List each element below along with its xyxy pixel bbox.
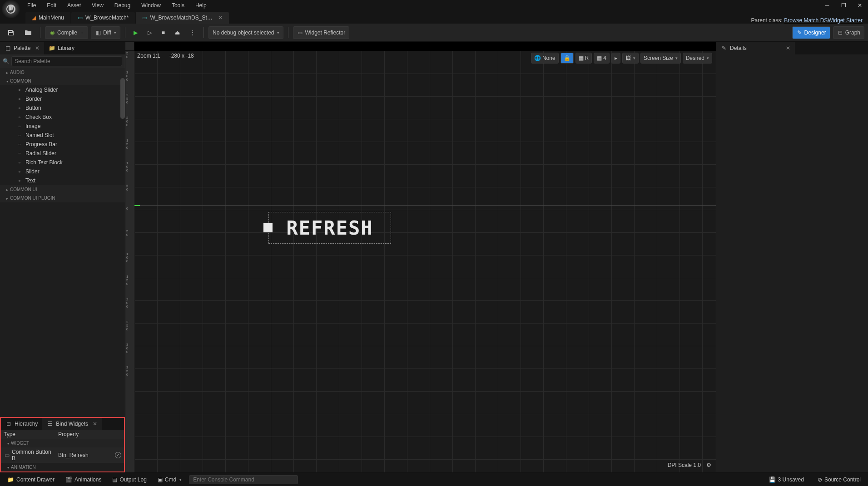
debug-object-dropdown[interactable]: No debug object selected▾ <box>208 26 283 39</box>
unsaved-button[interactable]: 💾3 Unsaved <box>765 475 808 485</box>
palette-item[interactable]: ▫Radial Slider <box>0 149 125 158</box>
console-input[interactable] <box>189 475 298 484</box>
layout-transform-button[interactable]: ▦R <box>575 53 592 64</box>
palette-item[interactable]: ▫Analog Slider <box>0 85 125 94</box>
details-icon: ✎ <box>721 45 727 51</box>
menu-view[interactable]: View <box>86 0 109 10</box>
designer-canvas[interactable]: Zoom 1:1 -280 x -18 🌐None 🔒 ▦R ▦4 ▸ 🖼▾ S… <box>134 51 716 472</box>
animations-button[interactable]: 🎬Animations <box>62 475 105 485</box>
palette-section[interactable]: COMMON UI <box>0 185 125 194</box>
image-icon: 🖼 <box>625 55 631 61</box>
palette-item[interactable]: ▫Image <box>0 122 125 131</box>
scrollbar[interactable] <box>120 78 125 119</box>
menu-tools[interactable]: Tools <box>166 0 190 10</box>
localization-button[interactable]: 🌐None <box>531 53 559 64</box>
menu-debug[interactable]: Debug <box>109 0 136 10</box>
play-button[interactable]: ▶ <box>130 26 141 39</box>
asset-tab[interactable]: ▭W_BrowseMatchDS_St…✕ <box>136 12 228 24</box>
widget-icon: ▭ <box>4 452 10 458</box>
close-icon[interactable]: ✕ <box>786 45 790 51</box>
bind-widget-row[interactable]: ▭Common Button B Btn_Refresh ✓ <box>1 447 124 463</box>
save-icon[interactable] <box>4 26 18 39</box>
library-tab[interactable]: 📁 Library <box>44 42 79 54</box>
stop-button[interactable]: ■ <box>158 26 169 39</box>
bind-icon: ☰ <box>47 421 53 427</box>
graph-mode-button[interactable]: ⊟ Graph <box>833 26 864 39</box>
palette-section[interactable]: COMMON <box>0 77 125 85</box>
origin-line-horizontal <box>134 205 716 206</box>
menu-asset[interactable]: Asset <box>62 0 86 10</box>
bind-widgets-tab[interactable]: ☰ Bind Widgets ✕ <box>42 418 102 430</box>
palette-item[interactable]: ▫Slider <box>0 167 125 176</box>
screen-size-dropdown[interactable]: Screen Size▾ <box>640 53 681 64</box>
close-icon[interactable]: ✕ <box>93 421 97 427</box>
widget-type-icon: ▫ <box>16 123 23 129</box>
palette-item[interactable]: ▫Text <box>0 176 125 185</box>
outline-button[interactable]: ▸ <box>611 53 620 64</box>
cmd-dropdown[interactable]: ▣Cmd▾ <box>154 475 185 485</box>
window-minimize-icon[interactable]: ─ <box>819 0 835 11</box>
palette-item[interactable]: ▫Button <box>0 103 125 113</box>
diff-button[interactable]: ◧ Diff ▾ <box>91 26 120 39</box>
fill-mode-dropdown[interactable]: Desired▾ <box>683 53 712 64</box>
palette-search-input[interactable] <box>11 56 122 66</box>
menu-help[interactable]: Help <box>190 0 212 10</box>
browse-icon[interactable] <box>21 26 35 39</box>
menu-window[interactable]: Window <box>136 0 166 10</box>
animations-icon: 🎬 <box>65 476 72 483</box>
palette-section[interactable]: COMMON UI PLUGIN <box>0 194 125 202</box>
asset-tab[interactable]: ▭W_BrowseMatch* <box>71 12 135 24</box>
animation-section-header[interactable]: ANIMATION <box>1 463 124 471</box>
menu-edit[interactable]: Edit <box>41 0 62 10</box>
step-button[interactable]: ▷ <box>144 26 155 39</box>
refresh-label: REFRESH <box>286 217 373 239</box>
palette-item[interactable]: ▫Border <box>0 94 125 103</box>
image-button[interactable]: 🖼▾ <box>622 53 639 64</box>
compile-button[interactable]: ◉ Compile ⋮ <box>45 26 88 39</box>
source-control-button[interactable]: ⊘Source Control <box>814 475 864 485</box>
widget-handle[interactable] <box>263 223 273 232</box>
folder-icon: 📁 <box>49 45 55 51</box>
lock-icon: 🔒 <box>564 55 570 61</box>
widget-reflector-button[interactable]: ▭ Widget Reflector <box>293 26 350 39</box>
coords-label: -280 x -18 <box>169 53 194 59</box>
refresh-button-widget[interactable]: REFRESH <box>268 212 391 244</box>
palette-item[interactable]: ▫Named Slot <box>0 131 125 140</box>
unreal-logo-icon[interactable] <box>2 0 20 18</box>
palette-item[interactable]: ▫Rich Text Block <box>0 158 125 167</box>
widget-type-icon: ▫ <box>16 168 23 175</box>
palette-item[interactable]: ▫Check Box <box>0 113 125 122</box>
widget-section-header[interactable]: WIDGET <box>1 439 124 447</box>
ruler-corner <box>125 42 134 51</box>
designer-icon: ✎ <box>796 29 803 36</box>
column-property-header: Property <box>58 431 79 437</box>
palette-item[interactable]: ▫Progress Bar <box>0 140 125 149</box>
cmd-icon: ▣ <box>158 476 163 483</box>
search-icon: 🔍 <box>3 58 10 64</box>
close-icon[interactable]: ✕ <box>218 15 223 21</box>
widget-type-icon: ▫ <box>16 87 23 93</box>
lock-button[interactable]: 🔒 <box>560 53 574 64</box>
eject-button[interactable]: ⏏ <box>171 26 184 39</box>
details-tab[interactable]: ✎ Details ✕ <box>716 42 795 54</box>
drawer-icon: 📁 <box>7 476 14 483</box>
hierarchy-tab[interactable]: ⊟ Hierarchy <box>1 418 42 430</box>
window-restore-icon[interactable]: ❐ <box>835 0 852 11</box>
play-options-button[interactable]: ⋮ <box>186 26 199 39</box>
grid-snap-button[interactable]: ▦4 <box>594 53 610 64</box>
zoom-label: Zoom 1:1 <box>137 53 160 59</box>
source-control-icon: ⊘ <box>818 476 822 483</box>
column-type-header: Type <box>4 431 58 437</box>
designer-mode-button[interactable]: ✎ Designer <box>792 26 830 39</box>
asset-tab[interactable]: ◢MainMenu <box>25 12 70 24</box>
settings-icon[interactable]: ⚙ <box>706 462 711 468</box>
close-icon[interactable]: ✕ <box>35 45 40 51</box>
parent-class-link[interactable]: Browse Match DSWidget Starter <box>784 17 863 24</box>
graph-icon: ⊟ <box>837 29 843 36</box>
content-drawer-button[interactable]: 📁Content Drawer <box>4 475 58 485</box>
palette-section[interactable]: AUDIO <box>0 68 125 77</box>
window-close-icon[interactable]: ✕ <box>852 0 868 11</box>
output-log-button[interactable]: ▤Output Log <box>109 475 150 485</box>
palette-tab[interactable]: ◫ Palette ✕ <box>0 42 44 54</box>
menu-file[interactable]: File <box>22 0 41 10</box>
